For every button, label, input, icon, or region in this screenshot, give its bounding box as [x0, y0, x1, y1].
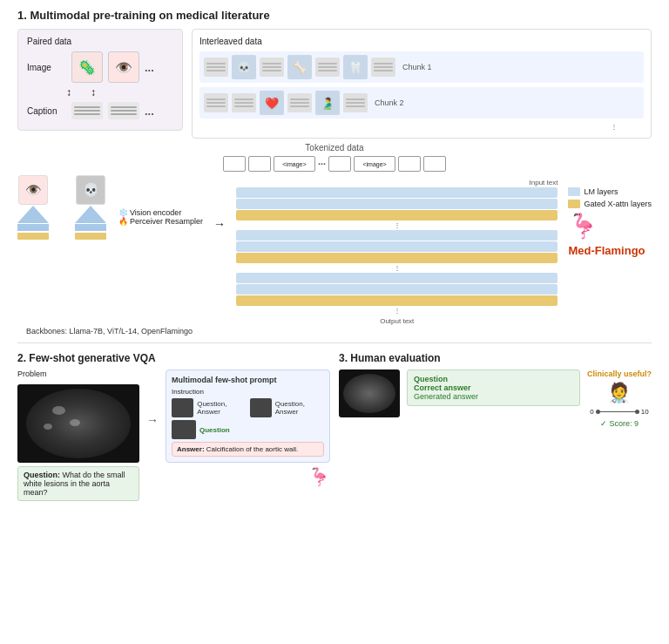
token-4 — [398, 156, 421, 172]
yellow-block-2 — [75, 233, 106, 240]
image-thumb-1: 🦠 — [71, 51, 103, 83]
encoder-img-2: 💀 — [76, 175, 105, 205]
perceiver-label: 🔥 Perceiver Resampler — [118, 217, 203, 226]
encoder-img-1: 👁️ — [18, 175, 48, 205]
interleaved-box: Interleaved data 💀 🦴 🦷 Chunk 1 ❤️ 🫃 — [192, 29, 652, 139]
chunk1-row: 💀 🦴 🦷 Chunk 1 — [199, 51, 644, 83]
lm-row-6 — [236, 284, 558, 295]
lm-color-swatch — [568, 187, 580, 196]
token-2 — [248, 156, 271, 172]
multimodal-title: Multimodal few-shot prompt — [172, 376, 324, 384]
flamingo-icon-small: 🦩 — [166, 466, 330, 487]
output-text-label: Output text — [236, 317, 558, 325]
text-block-1 — [204, 58, 228, 77]
gated-row-1 — [236, 210, 558, 220]
scale-dot-end — [635, 410, 639, 414]
lm-row-3 — [236, 230, 558, 241]
lm-row-5 — [236, 273, 558, 283]
trapezoid-2 — [75, 206, 106, 223]
tokenized-label: Tokenized data — [17, 143, 652, 153]
eval-question-label: Question — [414, 375, 573, 383]
chunk2-row: ❤️ 🫃 Chunk 2 — [199, 87, 644, 119]
ct-spot-2 — [70, 419, 80, 426]
caption-row: Caption ... — [27, 102, 173, 119]
image-label: Image — [27, 63, 66, 72]
scale-dash-3 — [614, 411, 621, 412]
chunk-dots: ⋮ — [199, 123, 644, 131]
fs-img-3 — [172, 420, 196, 439]
section2-title: 2. Few-shot generative VQA — [17, 352, 330, 364]
divider — [17, 342, 652, 343]
question-prefix: Question: — [24, 471, 60, 479]
lm-layers-legend: LM layers — [584, 187, 618, 196]
gated-row-2 — [236, 253, 558, 263]
chunk-img-heart: ❤️ — [260, 91, 284, 115]
backbone-label: Backbones: Llama-7B, ViT/L-14, OpenFlami… — [26, 327, 652, 336]
eval-qa-box: Question Correct answer Generated answer — [407, 369, 580, 406]
arrow-right-1: → — [146, 413, 159, 427]
problem-label: Problem — [17, 369, 139, 378]
image-row: Image 🦠 👁️ ... — [27, 51, 173, 83]
chunk-img-xray: 🦷 — [343, 55, 368, 79]
text-block-3 — [315, 58, 340, 77]
gated-color-swatch — [568, 200, 580, 208]
token-image-1: <image> — [274, 156, 315, 172]
section2-content: Problem Question: What do the small whit… — [17, 369, 330, 501]
lm-row-4 — [236, 241, 558, 252]
text-block-5 — [204, 93, 228, 112]
legend-flamingo: LM layers Gated X-attn layers 🦩 Med-Flam… — [568, 187, 652, 257]
bottom-sections: 2. Few-shot generative VQA Problem Quest… — [17, 352, 652, 501]
token-3 — [328, 156, 351, 172]
architecture-row: 👁️ 💀 ❄️ Vision encoder 🔥 Perceiver Res — [17, 175, 652, 325]
token-dots: ··· — [318, 159, 326, 169]
encoder-body-2 — [75, 224, 106, 231]
scale-dash-1 — [600, 411, 607, 412]
gated-row-3 — [236, 295, 558, 306]
image-thumb-2: 👁️ — [108, 51, 139, 83]
lm-legend: LM layers — [568, 187, 618, 196]
scale-box: 0 10 — [590, 408, 648, 416]
fs-text-2: Question, Answer — [275, 400, 324, 416]
caption-box-1 — [71, 102, 103, 119]
lm-block: Input text ⋮ ⋮ ⋮ Output text — [236, 179, 558, 325]
token-5 — [423, 156, 446, 172]
scale-dash-2 — [607, 411, 614, 412]
yellow-block-1 — [17, 233, 49, 240]
med-flamingo-label: Med-Flamingo — [568, 244, 645, 257]
few-shot-row-2: Question — [172, 420, 324, 439]
paired-data-title: Paired data — [27, 37, 173, 46]
scale-start: 0 — [590, 408, 593, 416]
token-row: <image> ··· <image> — [17, 156, 652, 172]
eval-correct-label: Correct answer — [414, 383, 573, 392]
dots-2: ... — [145, 105, 154, 118]
section3-title: 3. Human evaluation — [339, 352, 652, 364]
scale-line — [596, 410, 639, 414]
multimodal-prompt-box: Multimodal few-shot prompt Instruction Q… — [166, 369, 330, 487]
section2: 2. Few-shot generative VQA Problem Quest… — [17, 352, 330, 501]
ct-spot-3 — [44, 424, 52, 430]
tokenized-section: Tokenized data <image> ··· <image> — [17, 143, 652, 172]
answer-box: Answer: Calcification of the aortic wall… — [172, 442, 324, 457]
chunk-img-skull: 💀 — [232, 55, 256, 79]
instruction-label: Instruction — [172, 388, 324, 396]
trapezoid-1 — [17, 206, 49, 223]
encoder-labels: ❄️ Vision encoder 🔥 Perceiver Resampler — [118, 175, 203, 226]
flamingo-icon: 🦩 — [568, 212, 598, 241]
scale-dash-4 — [621, 411, 628, 412]
token-1 — [223, 156, 246, 172]
text-block-6 — [232, 93, 256, 112]
clinically-useful-label: Clinically useful? — [587, 369, 652, 378]
arch-arrow: → — [213, 217, 226, 231]
token-image-2: <image> — [354, 156, 395, 172]
dots-lm: ⋮ — [236, 221, 558, 229]
answer-prefix: Answer: — [177, 445, 205, 453]
text-block-8 — [343, 93, 368, 112]
fs-img-1 — [172, 398, 193, 417]
main-container: 1. Multimodal pre-training on medical li… — [0, 0, 669, 510]
chunk2-label: Chunk 2 — [375, 98, 404, 107]
section3: 3. Human evaluation Question Correct ans… — [339, 352, 652, 501]
doctor-icon: 🧑‍⚕️ — [607, 382, 631, 404]
caption-box-2 — [108, 102, 139, 119]
gated-legend: Gated X-attn layers — [568, 200, 652, 208]
text-block-7 — [287, 93, 312, 112]
